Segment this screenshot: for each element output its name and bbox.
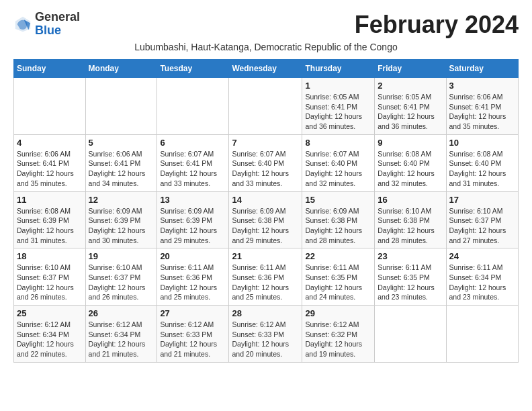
calendar-cell: 17Sunrise: 6:10 AM Sunset: 6:37 PM Dayli… (446, 191, 518, 248)
calendar-cell: 9Sunrise: 6:08 AM Sunset: 6:40 PM Daylig… (375, 134, 446, 191)
day-info: Sunrise: 6:11 AM Sunset: 6:35 PM Dayligh… (378, 263, 443, 302)
day-number: 1 (305, 81, 371, 91)
calendar-cell: 20Sunrise: 6:11 AM Sunset: 6:36 PM Dayli… (157, 248, 229, 306)
day-number: 29 (305, 308, 371, 318)
day-number: 5 (89, 138, 154, 148)
calendar-cell: 8Sunrise: 6:07 AM Sunset: 6:40 PM Daylig… (302, 134, 375, 191)
day-number: 13 (160, 195, 226, 205)
calendar-cell (375, 306, 446, 363)
day-info: Sunrise: 6:12 AM Sunset: 6:33 PM Dayligh… (160, 320, 226, 359)
day-number: 6 (160, 138, 226, 148)
day-info: Sunrise: 6:09 AM Sunset: 6:38 PM Dayligh… (305, 206, 371, 246)
day-of-week-header: Tuesday (157, 60, 229, 78)
day-info: Sunrise: 6:09 AM Sunset: 6:39 PM Dayligh… (89, 206, 154, 246)
day-info: Sunrise: 6:06 AM Sunset: 6:41 PM Dayligh… (449, 92, 515, 132)
day-number: 20 (160, 251, 226, 261)
calendar-cell: 10Sunrise: 6:08 AM Sunset: 6:40 PM Dayli… (446, 134, 518, 191)
calendar-cell (229, 78, 302, 135)
day-info: Sunrise: 6:06 AM Sunset: 6:41 PM Dayligh… (17, 149, 83, 189)
day-number: 18 (17, 251, 83, 261)
day-info: Sunrise: 6:06 AM Sunset: 6:41 PM Dayligh… (89, 149, 154, 189)
header: General Blue February 2024 (13, 11, 519, 39)
calendar-cell: 27Sunrise: 6:12 AM Sunset: 6:33 PM Dayli… (157, 306, 229, 363)
day-number: 10 (449, 138, 515, 148)
day-info: Sunrise: 6:08 AM Sunset: 6:40 PM Dayligh… (449, 149, 515, 189)
day-of-week-header: Saturday (446, 60, 518, 78)
day-number: 27 (160, 308, 226, 318)
day-of-week-header: Monday (85, 60, 157, 78)
day-number: 22 (305, 251, 371, 261)
day-info: Sunrise: 6:10 AM Sunset: 6:37 PM Dayligh… (17, 263, 83, 302)
day-info: Sunrise: 6:12 AM Sunset: 6:34 PM Dayligh… (17, 320, 83, 359)
calendar-cell: 16Sunrise: 6:10 AM Sunset: 6:38 PM Dayli… (375, 191, 446, 248)
day-of-week-header: Sunday (14, 60, 86, 78)
day-number: 2 (378, 81, 443, 91)
day-info: Sunrise: 6:12 AM Sunset: 6:33 PM Dayligh… (232, 320, 299, 359)
calendar-cell: 3Sunrise: 6:06 AM Sunset: 6:41 PM Daylig… (446, 78, 518, 135)
day-info: Sunrise: 6:11 AM Sunset: 6:34 PM Dayligh… (449, 263, 515, 302)
day-number: 19 (89, 251, 154, 261)
day-number: 9 (378, 138, 443, 148)
calendar-cell: 11Sunrise: 6:08 AM Sunset: 6:39 PM Dayli… (14, 191, 86, 248)
day-info: Sunrise: 6:10 AM Sunset: 6:37 PM Dayligh… (449, 206, 515, 246)
day-of-week-header: Thursday (302, 60, 375, 78)
day-info: Sunrise: 6:10 AM Sunset: 6:38 PM Dayligh… (378, 206, 443, 246)
day-info: Sunrise: 6:08 AM Sunset: 6:40 PM Dayligh… (378, 149, 443, 189)
day-info: Sunrise: 6:11 AM Sunset: 6:35 PM Dayligh… (305, 263, 371, 302)
logo-text: General Blue (35, 11, 80, 38)
day-of-week-header: Friday (375, 60, 446, 78)
day-number: 7 (232, 138, 299, 148)
day-number: 25 (17, 308, 83, 318)
day-number: 14 (232, 195, 299, 205)
calendar-cell (157, 78, 229, 135)
day-info: Sunrise: 6:05 AM Sunset: 6:41 PM Dayligh… (305, 92, 371, 132)
calendar-cell: 24Sunrise: 6:11 AM Sunset: 6:34 PM Dayli… (446, 248, 518, 306)
day-info: Sunrise: 6:08 AM Sunset: 6:39 PM Dayligh… (17, 206, 83, 246)
day-number: 28 (232, 308, 299, 318)
calendar-cell: 28Sunrise: 6:12 AM Sunset: 6:33 PM Dayli… (229, 306, 302, 363)
calendar-cell: 6Sunrise: 6:07 AM Sunset: 6:41 PM Daylig… (157, 134, 229, 191)
day-number: 17 (449, 195, 515, 205)
day-number: 26 (89, 308, 154, 318)
day-of-week-header: Wednesday (229, 60, 302, 78)
calendar-cell: 26Sunrise: 6:12 AM Sunset: 6:34 PM Dayli… (85, 306, 157, 363)
calendar-cell: 19Sunrise: 6:10 AM Sunset: 6:37 PM Dayli… (85, 248, 157, 306)
day-info: Sunrise: 6:11 AM Sunset: 6:36 PM Dayligh… (232, 263, 299, 302)
day-info: Sunrise: 6:11 AM Sunset: 6:36 PM Dayligh… (160, 263, 226, 302)
day-number: 8 (305, 138, 371, 148)
month-title: February 2024 (355, 11, 519, 39)
day-info: Sunrise: 6:07 AM Sunset: 6:40 PM Dayligh… (232, 149, 299, 189)
day-info: Sunrise: 6:10 AM Sunset: 6:37 PM Dayligh… (89, 263, 154, 302)
calendar-cell (446, 306, 518, 363)
day-number: 23 (378, 251, 443, 261)
calendar-cell: 2Sunrise: 6:05 AM Sunset: 6:41 PM Daylig… (375, 78, 446, 135)
calendar-cell: 18Sunrise: 6:10 AM Sunset: 6:37 PM Dayli… (14, 248, 86, 306)
location-title: Lubumbashi, Haut-Katanga, Democratic Rep… (13, 42, 519, 52)
day-number: 11 (17, 195, 83, 205)
day-number: 12 (89, 195, 154, 205)
calendar-cell: 29Sunrise: 6:12 AM Sunset: 6:32 PM Dayli… (302, 306, 375, 363)
calendar-cell: 4Sunrise: 6:06 AM Sunset: 6:41 PM Daylig… (14, 134, 86, 191)
day-info: Sunrise: 6:09 AM Sunset: 6:39 PM Dayligh… (160, 206, 226, 246)
day-number: 21 (232, 251, 299, 261)
calendar-cell: 22Sunrise: 6:11 AM Sunset: 6:35 PM Dayli… (302, 248, 375, 306)
calendar-cell (14, 78, 86, 135)
calendar-cell: 15Sunrise: 6:09 AM Sunset: 6:38 PM Dayli… (302, 191, 375, 248)
calendar-cell: 25Sunrise: 6:12 AM Sunset: 6:34 PM Dayli… (14, 306, 86, 363)
logo-icon (13, 15, 32, 34)
calendar-cell: 13Sunrise: 6:09 AM Sunset: 6:39 PM Dayli… (157, 191, 229, 248)
calendar-cell: 1Sunrise: 6:05 AM Sunset: 6:41 PM Daylig… (302, 78, 375, 135)
calendar-cell: 14Sunrise: 6:09 AM Sunset: 6:38 PM Dayli… (229, 191, 302, 248)
day-number: 15 (305, 195, 371, 205)
logo: General Blue (13, 11, 80, 38)
day-number: 24 (449, 251, 515, 261)
calendar-cell: 12Sunrise: 6:09 AM Sunset: 6:39 PM Dayli… (85, 191, 157, 248)
calendar-table: SundayMondayTuesdayWednesdayThursdayFrid… (13, 59, 519, 363)
day-info: Sunrise: 6:12 AM Sunset: 6:32 PM Dayligh… (305, 320, 371, 359)
day-info: Sunrise: 6:09 AM Sunset: 6:38 PM Dayligh… (232, 206, 299, 246)
calendar-cell: 7Sunrise: 6:07 AM Sunset: 6:40 PM Daylig… (229, 134, 302, 191)
day-info: Sunrise: 6:05 AM Sunset: 6:41 PM Dayligh… (378, 92, 443, 132)
day-number: 4 (17, 138, 83, 148)
day-info: Sunrise: 6:12 AM Sunset: 6:34 PM Dayligh… (89, 320, 154, 359)
calendar-cell: 21Sunrise: 6:11 AM Sunset: 6:36 PM Dayli… (229, 248, 302, 306)
